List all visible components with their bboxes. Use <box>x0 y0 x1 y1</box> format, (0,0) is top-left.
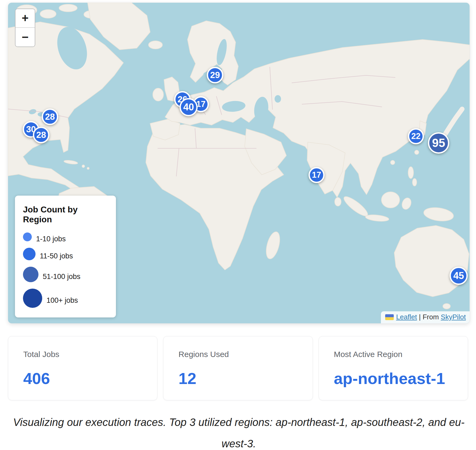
legend-circle-icon <box>23 289 42 308</box>
legend-circle-icon <box>23 232 32 241</box>
stat-card-regions-used: Regions Used 12 <box>163 336 313 400</box>
legend-item-label: 100+ jobs <box>46 296 78 305</box>
region-marker[interactable]: 45 <box>450 267 468 285</box>
stat-label: Total Jobs <box>23 350 142 359</box>
region-marker[interactable]: 22 <box>408 128 424 144</box>
attribution-separator: | <box>417 313 423 321</box>
stat-label: Most Active Region <box>334 350 453 359</box>
stat-value: 12 <box>178 371 297 387</box>
caption: Visualizing our execution traces. Top 3 … <box>8 412 470 450</box>
legend-item: 100+ jobs <box>23 289 108 308</box>
legend-item-label: 11-50 jobs <box>40 252 73 260</box>
map[interactable]: + − 29 26 17 40 28 30 28 22 95 17 45 Job… <box>8 3 470 323</box>
region-marker[interactable]: 95 <box>428 132 449 154</box>
region-marker[interactable]: 29 <box>207 67 223 83</box>
zoom-in-button[interactable]: + <box>15 9 35 28</box>
attribution: Leaflet | From SkyPilot <box>381 311 470 323</box>
legend-panel: Job Count by Region 1-10 jobs 11-50 jobs… <box>15 196 116 317</box>
region-marker[interactable]: 17 <box>309 167 325 183</box>
legend-item: 1-10 jobs <box>23 232 108 241</box>
legend-item: 51-100 jobs <box>23 267 108 282</box>
ukraine-flag-icon <box>385 314 394 320</box>
legend-title: Job Count by Region <box>23 205 108 224</box>
stat-label: Regions Used <box>178 350 297 359</box>
stat-value: 406 <box>23 371 142 387</box>
region-marker[interactable]: 28 <box>33 127 49 143</box>
stat-card-most-active-region: Most Active Region ap-northeast-1 <box>319 336 468 400</box>
attribution-from-label: From <box>423 313 441 321</box>
stat-value: ap-northeast-1 <box>334 371 453 387</box>
page: + − 29 26 17 40 28 30 28 22 95 17 45 Job… <box>0 0 476 450</box>
stats-row: Total Jobs 406 Regions Used 12 Most Acti… <box>8 336 468 400</box>
legend-item-label: 51-100 jobs <box>43 273 80 281</box>
leaflet-link[interactable]: Leaflet <box>396 313 417 321</box>
legend-item-label: 1-10 jobs <box>36 235 66 243</box>
legend-item: 11-50 jobs <box>23 248 108 260</box>
stat-card-total-jobs: Total Jobs 406 <box>8 336 157 400</box>
zoom-out-button[interactable]: − <box>15 28 35 46</box>
skypilot-link[interactable]: SkyPilot <box>441 313 466 321</box>
legend-circle-icon <box>23 267 38 282</box>
region-marker[interactable]: 28 <box>42 108 58 125</box>
map-zoom-control: + − <box>15 9 35 47</box>
region-marker[interactable]: 40 <box>180 98 198 116</box>
legend-circle-icon <box>23 248 36 260</box>
